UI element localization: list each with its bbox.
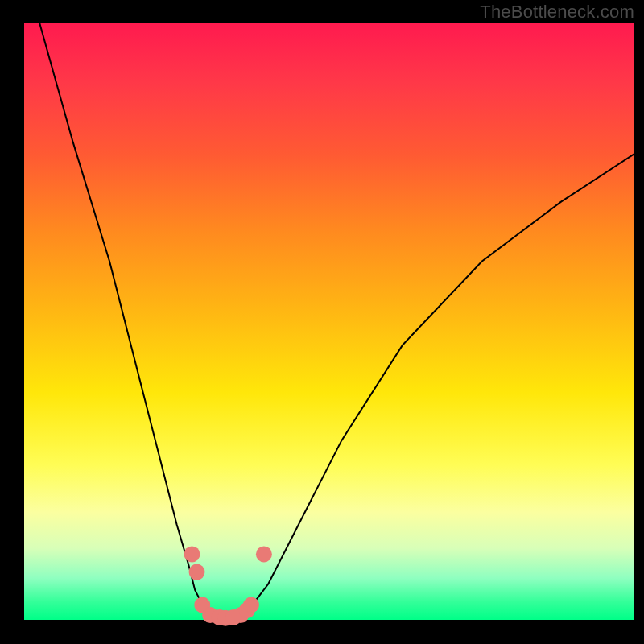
left-curve — [39, 23, 225, 620]
data-marker — [256, 546, 272, 562]
marker-group — [184, 546, 272, 625]
data-marker — [184, 546, 200, 562]
chart-svg — [0, 0, 644, 644]
right-curve — [225, 154, 634, 620]
data-marker — [189, 564, 205, 580]
chart-frame: TheBottleneck.com — [0, 0, 644, 644]
data-marker — [243, 597, 259, 613]
